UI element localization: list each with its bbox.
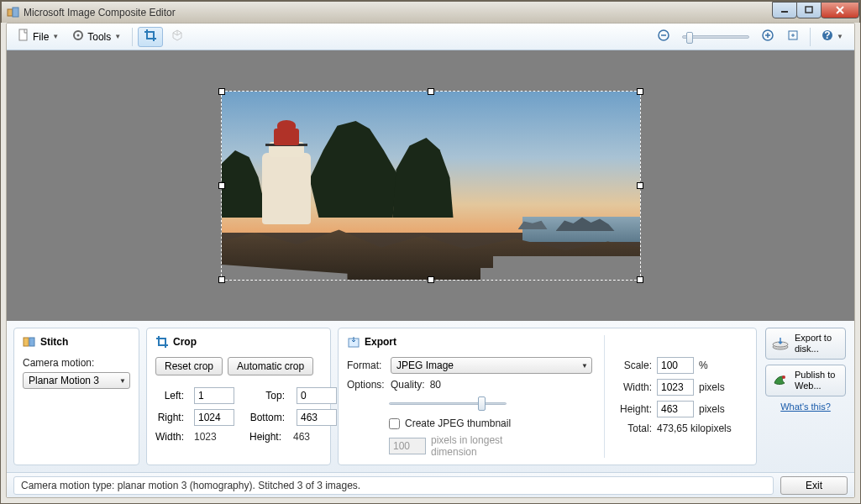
- format-label: Format:: [347, 360, 386, 371]
- caret-down-icon: ▼: [837, 33, 843, 40]
- crop-header: Crop: [173, 336, 197, 348]
- crop-width-label: Width:: [155, 431, 184, 443]
- export-to-disk-button[interactable]: Export to disk...: [765, 328, 846, 360]
- crop-icon: [155, 335, 169, 349]
- quality-label: Quality:: [391, 379, 425, 391]
- crop-top-input[interactable]: [297, 387, 337, 404]
- export-height-label: Height:: [617, 403, 652, 415]
- canvas-area[interactable]: [7, 50, 854, 321]
- crop-left-input[interactable]: [194, 387, 234, 404]
- cube-icon: [171, 29, 184, 45]
- svg-rect-18: [29, 338, 34, 346]
- scale-label: Scale:: [617, 360, 652, 371]
- export-height-input[interactable]: [657, 401, 694, 417]
- reset-crop-button[interactable]: Reset crop: [155, 357, 223, 375]
- crop-tool-button[interactable]: [138, 27, 163, 47]
- close-button[interactable]: [821, 2, 859, 18]
- thumbnail-hint: pixels in longest dimension: [431, 434, 523, 458]
- exit-button[interactable]: Exit: [780, 476, 848, 495]
- svg-text:?: ?: [824, 29, 830, 41]
- separator: [810, 28, 811, 46]
- side-buttons: Export to disk... Publish to Web... What…: [764, 328, 848, 465]
- projection-tool-button[interactable]: [165, 27, 190, 47]
- separator: [132, 28, 133, 46]
- export-disk-label: Export to disk...: [795, 333, 840, 354]
- minimize-button[interactable]: [772, 2, 797, 18]
- maximize-button[interactable]: [796, 2, 822, 18]
- publish-label: Publish to Web...: [795, 370, 840, 391]
- crop-bottom-label: Bottom:: [246, 412, 285, 423]
- pixels-label: pixels: [699, 381, 725, 393]
- thumbnail-checkbox[interactable]: [389, 418, 400, 429]
- automatic-crop-button[interactable]: Automatic crop: [228, 357, 313, 375]
- format-value: JPEG Image: [396, 360, 454, 371]
- fit-icon: [787, 29, 799, 44]
- tools-label: Tools: [87, 31, 111, 43]
- help-menu[interactable]: ? ▼: [816, 27, 849, 47]
- publish-icon: [771, 370, 790, 391]
- crop-handle[interactable]: [218, 276, 225, 283]
- caret-down-icon: ▼: [114, 33, 121, 40]
- fit-screen-button[interactable]: [781, 27, 805, 47]
- crop-top-label: Top:: [246, 390, 285, 402]
- crop-right-input[interactable]: [194, 409, 234, 426]
- svg-rect-6: [19, 29, 27, 40]
- caret-down-icon: ▼: [119, 377, 126, 385]
- export-width-label: Width:: [617, 381, 652, 393]
- crop-selection[interactable]: [221, 91, 641, 281]
- export-header: Export: [365, 336, 396, 348]
- options-label: Options:: [347, 379, 386, 391]
- statusbar: Camera motion type: planar motion 3 (hom…: [7, 472, 854, 497]
- zoom-out-button[interactable]: [652, 27, 675, 47]
- svg-point-22: [782, 375, 785, 379]
- crop-handle[interactable]: [428, 276, 434, 283]
- quality-value: 80: [430, 379, 441, 391]
- bottom-panels: Stitch Camera motion: Planar Motion 3 ▼ …: [7, 321, 854, 472]
- scale-unit: %: [699, 360, 708, 371]
- help-icon: ?: [822, 29, 833, 44]
- zoom-slider[interactable]: [682, 35, 749, 39]
- crop-height-value: 463: [293, 431, 310, 443]
- format-select[interactable]: JPEG Image ▼: [391, 357, 592, 374]
- window-title: Microsoft Image Composite Editor: [24, 7, 176, 18]
- stitch-panel: Stitch Camera motion: Planar Motion 3 ▼: [13, 328, 139, 465]
- caret-down-icon: ▼: [581, 362, 588, 370]
- crop-handle[interactable]: [218, 88, 225, 95]
- camera-motion-value: Planar Motion 3: [29, 375, 99, 386]
- file-menu[interactable]: File ▼: [12, 27, 65, 47]
- svg-rect-17: [24, 338, 29, 346]
- whats-this-link[interactable]: What's this?: [780, 402, 831, 412]
- crop-panel: Crop Reset crop Automatic crop Left: Top…: [146, 328, 331, 465]
- export-icon: [347, 335, 360, 349]
- crop-handle[interactable]: [637, 276, 643, 283]
- crop-width-value: 1023: [194, 431, 231, 443]
- thumbnail-label: Create JPEG thumbnail: [405, 417, 511, 429]
- stitch-icon: [23, 335, 36, 349]
- crop-icon: [144, 29, 157, 45]
- crop-handle[interactable]: [218, 182, 225, 189]
- zoom-in-button[interactable]: [756, 27, 780, 47]
- file-label: File: [33, 31, 49, 43]
- minus-circle-icon: [658, 29, 669, 44]
- caret-down-icon: ▼: [52, 33, 59, 40]
- gear-icon: [72, 29, 84, 44]
- crop-bottom-input[interactable]: [297, 409, 337, 426]
- quality-slider[interactable]: [389, 396, 507, 411]
- crop-handle[interactable]: [428, 88, 434, 95]
- total-value: 473,65 kilopixels: [657, 423, 732, 434]
- total-label: Total:: [617, 423, 652, 434]
- plus-circle-icon: [762, 29, 774, 44]
- titlebar: Microsoft Image Composite Editor: [1, 1, 860, 23]
- svg-rect-0: [8, 9, 13, 16]
- crop-handle[interactable]: [637, 88, 643, 95]
- export-width-input[interactable]: [657, 379, 694, 396]
- pixels-label: pixels: [699, 403, 725, 415]
- tools-menu[interactable]: Tools ▼: [66, 27, 127, 47]
- camera-motion-select[interactable]: Planar Motion 3 ▼: [23, 372, 130, 389]
- crop-handle[interactable]: [637, 182, 643, 189]
- scale-input[interactable]: [657, 357, 694, 374]
- camera-motion-label: Camera motion:: [23, 357, 130, 369]
- svg-rect-1: [13, 8, 18, 17]
- publish-to-web-button[interactable]: Publish to Web...: [765, 365, 846, 396]
- thumbnail-size-input: [389, 438, 426, 454]
